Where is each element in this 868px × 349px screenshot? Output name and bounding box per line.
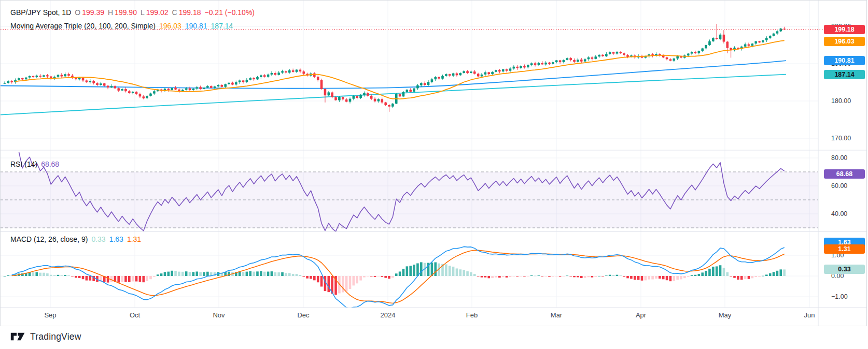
ma100-badge: 190.81	[824, 56, 865, 65]
symbol-legend: GBP/JPY Spot, 1D O 199.39 H 199.90 L 199…	[10, 8, 255, 17]
open-value: 199.39	[82, 8, 104, 17]
price-axis-label: 170.00	[831, 135, 851, 142]
rsi-value: 68.68	[41, 160, 59, 168]
chart-area: GBP/JPY Spot, 1D O 199.39 H 199.90 L 199…	[0, 0, 867, 326]
close-label: C	[172, 8, 177, 17]
ma20-value: 196.03	[159, 22, 181, 30]
time-axis-label: Jun	[804, 311, 815, 319]
rsi-axis-label: 60.00	[831, 182, 847, 190]
macd-title: MACD (12, 26, close, 9)	[10, 235, 88, 243]
time-axis-label: May	[719, 311, 732, 319]
time-axis[interactable]: SepOctNovDec2024FebMarAprMayJun	[1, 308, 867, 326]
ma20-badge: 196.03	[824, 37, 865, 46]
macd-axis-label: −1.00	[831, 293, 848, 300]
low-label: L	[141, 8, 145, 17]
rsi-axis-label: 40.00	[831, 210, 847, 217]
rsi-axis-label: 80.00	[831, 154, 847, 162]
time-axis-label: Apr	[636, 311, 646, 319]
ma100-value: 190.81	[185, 22, 207, 30]
rsi-value-badge: 68.68	[824, 169, 865, 179]
tradingview-logo-icon	[10, 330, 25, 343]
time-axis-label: Oct	[130, 311, 140, 319]
symbol-title: GBP/JPY Spot, 1D	[10, 8, 71, 17]
time-axis-label: Mar	[551, 311, 562, 319]
tradingview-logo-text: TradingView	[30, 331, 81, 342]
close-value: 199.18	[179, 8, 201, 17]
high-label: H	[108, 8, 113, 17]
tradingview-logo[interactable]: TradingView	[10, 330, 81, 343]
tradingview-chart-widget: GBP/JPY Spot, 1D O 199.39 H 199.90 L 199…	[0, 0, 868, 349]
ma-title: Moving Average Triple (20, 100, 200, Sim…	[10, 22, 156, 30]
macd-line-value: 1.63	[109, 235, 123, 243]
rsi-title: RSI (14)	[10, 160, 37, 168]
last-price-badge: 199.18	[824, 25, 865, 34]
price-axis-label: 180.00	[831, 97, 851, 105]
macd-hist-badge: 0.33	[824, 265, 865, 274]
ma200-value: 187.14	[211, 22, 233, 30]
open-label: O	[75, 8, 80, 17]
low-value: 199.02	[146, 8, 169, 17]
macd-signal-badge: 1.31	[824, 244, 865, 254]
macd-legend: MACD (12, 26, close, 9) 0.33 1.63 1.31	[10, 235, 141, 243]
macd-signal-value: 1.31	[127, 235, 141, 243]
price-axis[interactable]: 200.00190.00180.00170.0080.0060.0040.001…	[818, 1, 866, 307]
time-axis-label: Feb	[466, 311, 478, 319]
time-axis-label: 2024	[381, 311, 396, 319]
ma-legend: Moving Average Triple (20, 100, 200, Sim…	[10, 22, 233, 30]
chart-canvas[interactable]	[1, 1, 866, 326]
high-value: 199.90	[115, 8, 137, 17]
ma200-badge: 187.14	[824, 70, 865, 79]
macd-hist-value: 0.33	[91, 235, 105, 243]
time-axis-label: Dec	[297, 311, 309, 319]
time-axis-label: Nov	[213, 311, 225, 319]
rsi-legend: RSI (14) 68.68	[10, 160, 59, 168]
change-value: −0.21 (−0.10%)	[205, 8, 255, 17]
time-axis-label: Sep	[44, 311, 56, 319]
